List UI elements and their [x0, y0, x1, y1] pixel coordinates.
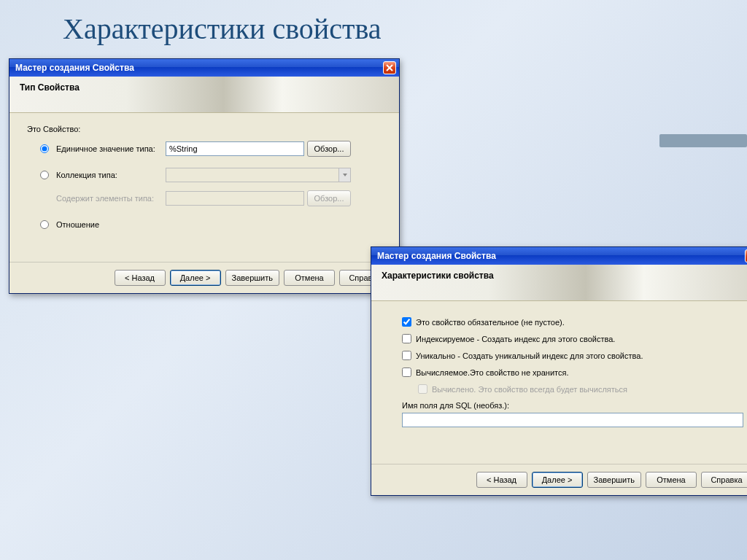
check-indexed-label: Индексируемое - Создать индекс для этого…: [416, 335, 615, 343]
cancel-button[interactable]: Отмена: [284, 270, 335, 286]
back-button[interactable]: < Назад: [115, 270, 166, 286]
check-required-label: Это свойство обязательное (не пустое).: [416, 318, 565, 327]
chevron-down-icon: [338, 168, 350, 182]
check-computed-label: Вычисляемое.Это свойство не хранится.: [416, 368, 569, 377]
check-unique[interactable]: [402, 351, 411, 360]
sql-field-input[interactable]: [402, 413, 743, 427]
collection-type-combo: [166, 168, 351, 182]
contains-label: Содержит элементы типа:: [56, 194, 166, 203]
browse-button[interactable]: Обзор...: [307, 141, 351, 157]
wizard-header: Тип Свойства: [9, 77, 399, 113]
wizard-header-title: Характеристики свойства: [382, 271, 747, 281]
radio-single[interactable]: [40, 144, 49, 153]
check-computed-always: [418, 384, 427, 394]
window-title: Мастер создания Свойства: [377, 251, 496, 261]
check-computed[interactable]: [402, 368, 411, 377]
slide-title: Характеристики свойства: [63, 12, 382, 46]
check-row-indexed[interactable]: Индексируемое - Создать индекс для этого…: [402, 334, 743, 343]
close-button[interactable]: [383, 61, 396, 74]
check-indexed[interactable]: [402, 334, 411, 343]
radio-row-relation: Отношение: [40, 217, 382, 233]
radio-relation-label: Отношение: [56, 220, 166, 229]
finish-button[interactable]: Завершить: [587, 472, 641, 488]
sql-field-label: Имя поля для SQL (необяз.):: [402, 401, 743, 410]
collection-type-input: [166, 168, 351, 182]
type-input[interactable]: [166, 141, 304, 156]
wizard-window-characteristics: Мастер создания Свойства Характеристики …: [371, 246, 747, 496]
check-required[interactable]: [402, 317, 411, 327]
radio-row-collection: Коллекция типа:: [40, 167, 382, 183]
check-row-computed-always: Вычислено. Это свойство всегда будет выч…: [402, 384, 743, 394]
next-button[interactable]: Далее >: [170, 270, 221, 286]
wizard-body: Это Свойство: Единичное значение типа: О…: [9, 113, 399, 262]
radio-relation[interactable]: [40, 220, 49, 229]
back-button[interactable]: < Назад: [476, 472, 527, 488]
radio-single-label: Единичное значение типа:: [56, 144, 166, 153]
close-icon: [386, 64, 393, 71]
browse-button-disabled: Обзор...: [307, 190, 351, 206]
radio-row-single: Единичное значение типа: Обзор...: [40, 141, 382, 157]
cancel-button[interactable]: Отмена: [646, 472, 697, 488]
check-computed-always-label: Вычислено. Это свойство всегда будет выч…: [432, 385, 627, 394]
wizard-window-type: Мастер создания Свойства Тип Свойства Эт…: [9, 58, 400, 294]
check-row-computed[interactable]: Вычисляемое.Это свойство не хранится.: [402, 368, 743, 377]
contains-type-input: [166, 191, 304, 206]
next-button[interactable]: Далее >: [532, 472, 583, 488]
wizard-body: Это свойство обязательное (не пустое). И…: [371, 301, 747, 464]
titlebar[interactable]: Мастер создания Свойства: [9, 59, 399, 77]
section-label: Это Свойство:: [27, 125, 382, 133]
wizard-footer: < Назад Далее > Завершить Отмена Справка: [9, 262, 399, 293]
wizard-header: Характеристики свойства: [371, 265, 747, 301]
check-unique-label: Уникально - Создать уникальный индекс дл…: [416, 351, 643, 360]
window-title: Мастер создания Свойства: [15, 63, 134, 73]
help-button[interactable]: Справка: [701, 472, 747, 488]
wizard-footer: < Назад Далее > Завершить Отмена Справка: [371, 464, 747, 495]
wizard-header-title: Тип Свойства: [20, 82, 389, 93]
check-row-required[interactable]: Это свойство обязательное (не пустое).: [402, 317, 743, 327]
contains-row: Содержит элементы типа: Обзор...: [40, 190, 382, 206]
accent-bar: [659, 134, 747, 147]
radio-collection[interactable]: [40, 171, 49, 179]
radio-collection-label: Коллекция типа:: [56, 171, 166, 179]
check-row-unique[interactable]: Уникально - Создать уникальный индекс дл…: [402, 351, 743, 360]
titlebar[interactable]: Мастер создания Свойства: [371, 247, 747, 265]
finish-button[interactable]: Завершить: [225, 270, 279, 286]
